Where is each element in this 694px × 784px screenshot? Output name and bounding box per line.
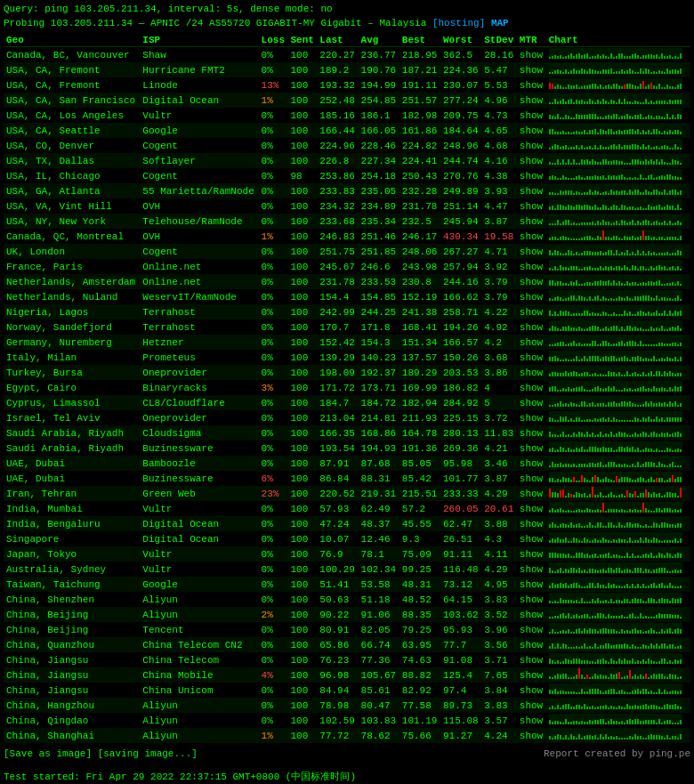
cell-mtr[interactable]: show — [517, 501, 546, 516]
cell-mtr[interactable]: show — [517, 108, 546, 123]
cell-mtr[interactable]: show — [517, 440, 546, 456]
cell-loss: 0% — [259, 562, 288, 577]
cell-mtr[interactable]: show — [517, 471, 546, 486]
cell-mtr[interactable]: show — [517, 259, 546, 274]
show-link[interactable]: show — [520, 171, 543, 182]
cell-worst: 233.33 — [440, 486, 481, 501]
show-link[interactable]: show — [520, 564, 543, 575]
cell-mtr[interactable]: show — [517, 365, 546, 380]
show-link[interactable]: show — [520, 731, 543, 741]
cell-mtr[interactable]: show — [517, 592, 546, 607]
show-link[interactable]: show — [520, 368, 543, 378]
cell-stdev: 4.22 — [481, 304, 517, 319]
show-link[interactable]: show — [520, 473, 543, 484]
show-link[interactable]: show — [520, 715, 543, 726]
show-link[interactable]: show — [520, 398, 543, 408]
show-link[interactable]: show — [520, 443, 543, 454]
cell-mtr[interactable]: show — [517, 728, 546, 743]
cell-last: 233.68 — [317, 214, 358, 229]
cell-mtr[interactable]: show — [517, 335, 546, 350]
cell-mtr[interactable]: show — [517, 637, 546, 652]
cell-mtr[interactable]: show — [517, 77, 546, 93]
cell-mtr[interactable]: show — [517, 138, 546, 153]
cell-mtr[interactable]: show — [517, 274, 546, 289]
show-link[interactable]: show — [520, 277, 543, 287]
show-link[interactable]: show — [520, 670, 543, 681]
show-link[interactable]: show — [520, 307, 543, 318]
cell-mtr[interactable]: show — [517, 516, 546, 531]
show-link[interactable]: show — [520, 640, 543, 651]
show-link[interactable]: show — [520, 141, 543, 151]
show-link[interactable]: show — [520, 50, 543, 61]
cell-mtr[interactable]: show — [517, 607, 546, 622]
cell-mtr[interactable]: show — [517, 652, 546, 667]
show-link[interactable]: show — [520, 413, 543, 424]
cell-mtr[interactable]: show — [517, 486, 546, 501]
show-link[interactable]: show — [520, 80, 543, 91]
cell-mtr[interactable]: show — [517, 713, 546, 728]
show-link[interactable]: show — [520, 534, 543, 545]
show-link[interactable]: show — [520, 685, 543, 696]
cell-best: 88.82 — [399, 667, 440, 683]
cell-mtr[interactable]: show — [517, 683, 546, 698]
show-link[interactable]: show — [520, 610, 543, 620]
show-link[interactable]: show — [520, 352, 543, 363]
show-link[interactable]: show — [520, 594, 543, 605]
show-link[interactable]: show — [520, 625, 543, 635]
show-link[interactable]: show — [520, 95, 543, 106]
cell-mtr[interactable]: show — [517, 244, 546, 259]
cell-mtr[interactable]: show — [517, 214, 546, 229]
cell-mtr[interactable]: show — [517, 304, 546, 319]
cell-mtr[interactable]: show — [517, 62, 546, 77]
cell-mtr[interactable]: show — [517, 229, 546, 244]
show-link[interactable]: show — [520, 186, 543, 197]
cell-loss: 0% — [259, 652, 288, 667]
show-link[interactable]: show — [520, 519, 543, 529]
cell-mtr[interactable]: show — [517, 123, 546, 138]
cell-mtr[interactable]: show — [517, 350, 546, 365]
show-link[interactable]: show — [520, 156, 543, 166]
show-link[interactable]: show — [520, 110, 543, 121]
show-link[interactable]: show — [520, 216, 543, 227]
show-link[interactable]: show — [520, 504, 543, 514]
cell-mtr[interactable]: show — [517, 577, 546, 592]
cell-mtr[interactable]: show — [517, 168, 546, 183]
show-link[interactable]: show — [520, 337, 543, 348]
show-link[interactable]: show — [520, 700, 543, 711]
cell-mtr[interactable]: show — [517, 546, 546, 562]
cell-mtr[interactable]: show — [517, 153, 546, 168]
show-link[interactable]: show — [520, 125, 543, 136]
show-link[interactable]: show — [520, 262, 543, 272]
cell-mtr[interactable]: show — [517, 380, 546, 395]
show-link[interactable]: show — [520, 201, 543, 212]
cell-mtr[interactable]: show — [517, 698, 546, 713]
cell-mtr[interactable]: show — [517, 289, 546, 304]
cell-mtr[interactable]: show — [517, 531, 546, 546]
show-link[interactable]: show — [520, 247, 543, 257]
cell-mtr[interactable]: show — [517, 622, 546, 637]
cell-mtr[interactable]: show — [517, 319, 546, 335]
show-link[interactable]: show — [520, 322, 543, 333]
show-link[interactable]: show — [520, 65, 543, 76]
show-link[interactable]: show — [520, 231, 543, 242]
cell-mtr[interactable]: show — [517, 47, 546, 63]
col-header-stdev: StDev — [481, 34, 517, 47]
cell-mtr[interactable]: show — [517, 395, 546, 410]
show-link[interactable]: show — [520, 655, 543, 666]
cell-mtr[interactable]: show — [517, 198, 546, 214]
show-link[interactable]: show — [520, 458, 543, 469]
cell-mtr[interactable]: show — [517, 562, 546, 577]
cell-mtr[interactable]: show — [517, 410, 546, 425]
save-as-image-link[interactable]: [Save as image] — [4, 748, 92, 759]
show-link[interactable]: show — [520, 292, 543, 303]
cell-mtr[interactable]: show — [517, 456, 546, 471]
show-link[interactable]: show — [520, 428, 543, 439]
show-link[interactable]: show — [520, 579, 543, 590]
cell-mtr[interactable]: show — [517, 93, 546, 108]
cell-mtr[interactable]: show — [517, 425, 546, 440]
show-link[interactable]: show — [520, 489, 543, 499]
cell-mtr[interactable]: show — [517, 183, 546, 198]
cell-mtr[interactable]: show — [517, 667, 546, 683]
show-link[interactable]: show — [520, 549, 543, 560]
show-link[interactable]: show — [520, 383, 543, 393]
